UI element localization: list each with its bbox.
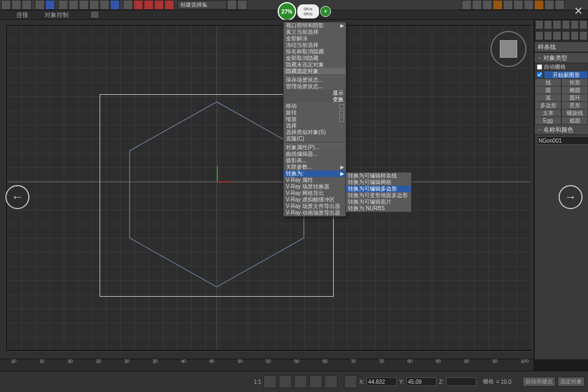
tool-icon[interactable] bbox=[534, 0, 544, 10]
sub-item[interactable]: 转换为可变形地面多边形 bbox=[346, 192, 411, 199]
ctx-item[interactable]: 保存场景状态... bbox=[284, 77, 346, 83]
ctx-item[interactable]: V-Ray 场景转换器 bbox=[284, 183, 346, 190]
tool-icon[interactable] bbox=[513, 0, 523, 10]
tool-icon[interactable] bbox=[1, 0, 11, 10]
rollout-name-color[interactable]: 名称和颜色 bbox=[535, 124, 588, 135]
ctx-item[interactable]: V-Ray 虚拟帧缓冲区 bbox=[284, 197, 346, 203]
ctx-item[interactable]: 移动 bbox=[284, 103, 346, 109]
next-arrow-icon[interactable]: → bbox=[559, 185, 583, 209]
tool-icon[interactable] bbox=[482, 0, 492, 10]
close-icon[interactable]: ✕ bbox=[572, 4, 585, 17]
shape-star[interactable]: 星形 bbox=[561, 101, 588, 109]
ctx-item[interactable]: 关联参数...▶ bbox=[284, 164, 346, 170]
tool-icon[interactable] bbox=[100, 0, 109, 10]
ctx-item[interactable]: 管理场景状态... bbox=[284, 83, 346, 90]
ctx-item[interactable]: 视口照明和阴影▶ bbox=[284, 22, 346, 29]
tool-icon[interactable] bbox=[110, 0, 120, 10]
shape-rect[interactable]: 矩形 bbox=[561, 78, 588, 87]
tool-icon[interactable] bbox=[462, 0, 471, 10]
ctx-item[interactable]: 孤立当前选择 bbox=[284, 29, 346, 35]
tab-create-icon[interactable] bbox=[535, 20, 543, 29]
cat-icon[interactable] bbox=[535, 31, 543, 40]
ctx-item[interactable]: V-Ray 属性 bbox=[284, 177, 346, 183]
menu-link[interactable]: 对象控制 bbox=[45, 11, 69, 19]
tool-icon[interactable] bbox=[133, 0, 143, 10]
ctx-item[interactable]: 全部解冻 bbox=[284, 35, 346, 42]
object-name-input[interactable] bbox=[537, 136, 588, 145]
cat-icon[interactable] bbox=[553, 31, 561, 40]
tool-icon[interactable] bbox=[227, 0, 237, 10]
viewport[interactable] bbox=[7, 25, 531, 351]
tool-icon[interactable] bbox=[493, 0, 503, 10]
tool-icon[interactable] bbox=[58, 0, 68, 10]
ctx-item[interactable]: 缩放 bbox=[284, 116, 346, 122]
selection-set-dropdown[interactable]: 创建选择集 bbox=[177, 1, 226, 9]
tab-motion-icon[interactable] bbox=[562, 20, 570, 29]
tool-icon[interactable] bbox=[154, 0, 164, 10]
tool-icon[interactable] bbox=[472, 0, 482, 10]
keyfilter-button[interactable]: 选定对象 bbox=[558, 377, 585, 387]
tool-icon[interactable] bbox=[89, 0, 99, 10]
shape-helix[interactable]: 螺旋线 bbox=[561, 109, 588, 117]
sub-item[interactable]: 转换为可编辑面片 bbox=[346, 199, 411, 205]
tool-icon[interactable] bbox=[123, 0, 133, 10]
ctx-item[interactable]: V-Ray 动画场景导出器 bbox=[284, 210, 346, 216]
tool-icon[interactable] bbox=[35, 0, 45, 10]
ctx-item[interactable]: V-Ray 场景文件导出器 bbox=[284, 203, 346, 210]
tool-icon[interactable] bbox=[544, 0, 554, 10]
tab-modify-icon[interactable] bbox=[544, 20, 552, 29]
ctx-item[interactable]: 隐藏选定对象 bbox=[284, 68, 346, 75]
tool-icon[interactable] bbox=[555, 0, 565, 10]
ctx-item[interactable]: 选择 bbox=[284, 122, 346, 129]
ctx-item[interactable]: 全部取消隐藏 bbox=[284, 55, 346, 62]
lock-icon[interactable] bbox=[344, 375, 357, 388]
tool-icon[interactable] bbox=[237, 0, 247, 10]
badge-plus-icon[interactable]: + bbox=[320, 6, 331, 17]
status-icon[interactable] bbox=[279, 375, 292, 388]
shape-section[interactable]: 截面 bbox=[561, 117, 588, 125]
dropdown-splines[interactable]: 样条线 bbox=[535, 41, 588, 52]
tool-icon[interactable] bbox=[164, 0, 174, 10]
y-input[interactable] bbox=[406, 377, 437, 386]
cat-icon[interactable] bbox=[544, 31, 552, 40]
tool-icon[interactable] bbox=[22, 0, 32, 10]
viewcube[interactable] bbox=[491, 31, 526, 67]
ctx-item[interactable]: 冻结当前选择 bbox=[284, 42, 346, 48]
rollout-object-type[interactable]: 对象类型 bbox=[535, 52, 588, 63]
ctx-item[interactable]: 克隆(C) bbox=[284, 136, 346, 142]
shape-egg[interactable]: Egg bbox=[535, 117, 561, 125]
shape-arc[interactable]: 弧 bbox=[535, 94, 561, 102]
autokey-button[interactable]: 自动关键点 bbox=[523, 377, 555, 387]
tool-icon[interactable] bbox=[45, 0, 55, 10]
status-icon[interactable] bbox=[294, 375, 307, 388]
ctx-item[interactable]: 按名称取消隐藏 bbox=[284, 48, 346, 55]
ctx-item-convert[interactable]: 转换为:▶ bbox=[284, 170, 346, 177]
ctx-item[interactable]: V-Ray 网格导出 bbox=[284, 190, 346, 197]
tab-utility-icon[interactable] bbox=[579, 20, 587, 29]
sub-item[interactable]: 转换为 NURBS bbox=[346, 205, 411, 212]
tool-icon[interactable] bbox=[79, 0, 89, 10]
ctx-item[interactable]: 曲线编辑器... bbox=[284, 151, 346, 157]
time-ruler[interactable]: 101520253035404550556065707580859095100 bbox=[0, 359, 534, 371]
cat-icon[interactable] bbox=[571, 31, 579, 40]
sub-item[interactable]: 转换为可编辑样条线 bbox=[346, 173, 411, 179]
tool-icon[interactable] bbox=[524, 0, 534, 10]
tool-icon[interactable] bbox=[69, 0, 78, 10]
ctx-item[interactable]: 旋转 bbox=[284, 109, 346, 116]
shape-ngon[interactable]: 多边形 bbox=[535, 101, 561, 109]
ctx-item[interactable]: 摄影表... bbox=[284, 157, 346, 164]
tool-icon[interactable] bbox=[11, 0, 21, 10]
sub-item[interactable]: 转换为可编辑网格 bbox=[346, 179, 411, 186]
shape-text[interactable]: 文本 bbox=[535, 109, 561, 117]
status-icon[interactable] bbox=[324, 375, 338, 388]
shape-donut[interactable]: 圆环 bbox=[561, 94, 588, 102]
checkbox-start-new[interactable]: 开始新图形 bbox=[535, 71, 588, 78]
status-icon[interactable] bbox=[309, 375, 322, 388]
ctx-item[interactable]: 对象属性(P)... bbox=[284, 144, 346, 151]
menu-link[interactable]: 连接 bbox=[16, 11, 28, 19]
cat-icon[interactable] bbox=[562, 31, 570, 40]
status-icon[interactable] bbox=[264, 375, 277, 388]
tool-icon[interactable] bbox=[503, 0, 513, 10]
x-input[interactable] bbox=[366, 377, 397, 386]
ctx-item[interactable]: 隐藏未选定对象 bbox=[284, 62, 346, 68]
